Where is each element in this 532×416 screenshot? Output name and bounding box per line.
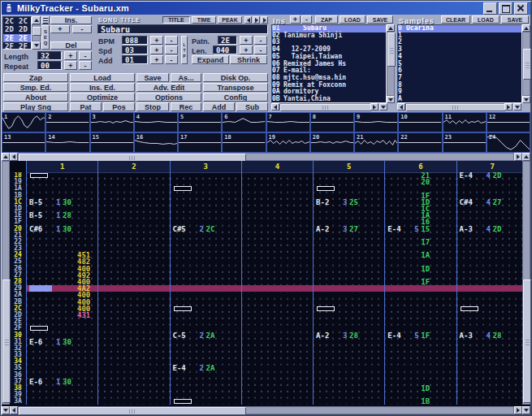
cell-ch7[interactable] <box>456 292 522 298</box>
ins-hscrollbar[interactable] <box>279 103 370 110</box>
cell-ch1[interactable] <box>26 239 97 245</box>
cell-ch2[interactable] <box>97 226 169 232</box>
cell-ch7[interactable] <box>456 185 522 192</box>
pattern-left-vscrollbar[interactable] <box>2 161 10 405</box>
transpose-button[interactable]: Transpose <box>203 83 268 92</box>
cell-ch5[interactable] <box>313 212 384 219</box>
len-minus-button[interactable]: - <box>254 46 267 54</box>
pattern-scroll-right-icon[interactable] <box>514 153 522 161</box>
cell-ch5[interactable] <box>313 358 384 365</box>
cell-ch3[interactable] <box>170 392 241 398</box>
sample-row[interactable]: 1 <box>398 32 521 40</box>
cell-ch4[interactable] <box>241 239 313 245</box>
pat-button[interactable]: Pat <box>70 102 102 111</box>
cell-ch5[interactable] <box>313 292 384 298</box>
cell-ch4[interactable] <box>241 352 313 358</box>
cell-ch6[interactable] <box>384 285 456 292</box>
cell-ch5[interactable] <box>313 365 384 371</box>
cell-ch3[interactable] <box>170 179 241 185</box>
pattern-scroll-up-icon[interactable] <box>2 153 10 161</box>
cell-ch3[interactable] <box>170 279 241 285</box>
cell-ch7[interactable] <box>456 392 522 398</box>
samples-save-button[interactable]: SAVE <box>501 15 529 24</box>
sample-row[interactable]: 3 <box>398 46 521 54</box>
cell-ch4[interactable] <box>241 193 313 199</box>
cell-ch2[interactable] <box>97 272 169 279</box>
sample-row[interactable]: 8 <box>398 82 521 89</box>
cell-ch5[interactable] <box>313 312 384 318</box>
cell-ch3[interactable] <box>170 379 241 385</box>
cell-ch4[interactable] <box>241 179 313 185</box>
cell-ch4[interactable] <box>241 299 313 306</box>
close-button[interactable] <box>514 2 528 15</box>
bpm-plus-button[interactable]: + <box>150 36 163 45</box>
cell-ch1[interactable] <box>26 325 97 332</box>
cell-ch5[interactable] <box>313 272 384 279</box>
sample-row[interactable]: A <box>398 96 521 103</box>
channel-2-header[interactable]: 2 <box>97 161 169 172</box>
channel-3-header[interactable]: 3 <box>170 161 241 172</box>
scope-channel[interactable]: 13 <box>2 132 45 153</box>
cell-ch6[interactable]: 17 <box>384 239 456 245</box>
scope-channel[interactable]: 20 <box>310 132 354 153</box>
cell-ch4[interactable] <box>241 279 313 285</box>
cell-ch6[interactable]: 1D <box>384 266 456 272</box>
cell-ch2[interactable] <box>97 299 169 306</box>
scope-channel[interactable]: 22 <box>398 132 442 153</box>
cell-ch3[interactable] <box>170 285 241 292</box>
cell-ch4[interactable] <box>241 392 313 398</box>
cell-ch1[interactable] <box>26 392 97 398</box>
ins-scroll-left-icon[interactable] <box>271 103 279 110</box>
cell-ch3[interactable] <box>170 306 241 312</box>
cell-ch3[interactable] <box>170 312 241 318</box>
order-scrollbar[interactable] <box>32 24 41 41</box>
cell-ch7[interactable]: C#4427 <box>456 199 522 206</box>
samples-scroll-down2-icon[interactable] <box>513 103 521 110</box>
samples-clear-button[interactable]: CLEAR <box>441 15 470 24</box>
cell-ch2[interactable] <box>97 372 169 379</box>
pattern-bottom-hscrollbar[interactable] <box>18 406 514 414</box>
title-bar[interactable]: MilkyTracker - Subaru.xm <box>2 2 530 15</box>
cell-ch4[interactable] <box>241 185 313 192</box>
scope-channel[interactable]: 24 <box>487 132 530 153</box>
order-row[interactable]: 2F2F <box>3 42 31 50</box>
scope-channel[interactable]: 16 <box>134 132 178 153</box>
cell-ch7[interactable] <box>456 358 522 365</box>
pattern-scroll-down2-icon[interactable] <box>522 406 530 414</box>
bpm-minus-button[interactable]: - <box>165 36 178 45</box>
cell-ch4[interactable] <box>241 172 313 179</box>
ins-plus-button[interactable]: + <box>290 15 301 24</box>
cell-ch6[interactable] <box>384 352 456 358</box>
cell-ch4[interactable] <box>241 345 313 352</box>
minimize-button[interactable] <box>483 2 497 15</box>
cell-ch5[interactable] <box>313 206 384 212</box>
cell-ch2[interactable] <box>97 352 169 358</box>
cell-ch5[interactable] <box>313 172 384 179</box>
cell-ch1[interactable] <box>26 385 97 392</box>
cell-ch3[interactable]: C-522A <box>170 332 241 339</box>
seq-button[interactable]: SEQ <box>41 25 50 50</box>
cell-ch3[interactable] <box>170 245 241 252</box>
cell-ch3[interactable]: C#522C <box>170 226 241 232</box>
cell-ch1[interactable]: C#6130 <box>26 226 97 232</box>
cell-ch2[interactable] <box>97 206 169 212</box>
cell-ch7[interactable] <box>456 232 522 239</box>
cell-ch5[interactable] <box>313 352 384 358</box>
cell-ch7[interactable] <box>456 345 522 352</box>
cell-ch1[interactable] <box>26 365 97 371</box>
cell-ch3[interactable] <box>170 212 241 219</box>
add-button[interactable]: Add <box>203 102 235 111</box>
cell-ch1[interactable] <box>26 232 97 239</box>
tab-peak-button[interactable]: PEAK <box>218 16 242 24</box>
expand-button[interactable]: Expand <box>192 55 229 64</box>
cell-ch4[interactable] <box>241 285 313 292</box>
cell-ch2[interactable] <box>97 252 169 258</box>
scope-play-icon[interactable] <box>253 16 260 24</box>
cell-ch5[interactable] <box>313 372 384 379</box>
samples-load-button[interactable]: LOAD <box>472 15 500 24</box>
scope-channel[interactable]: 15 <box>90 132 134 153</box>
cell-ch5[interactable] <box>313 385 384 392</box>
cell-ch2[interactable] <box>97 193 169 199</box>
cell-ch2[interactable] <box>97 279 169 285</box>
cell-ch2[interactable] <box>97 292 169 298</box>
